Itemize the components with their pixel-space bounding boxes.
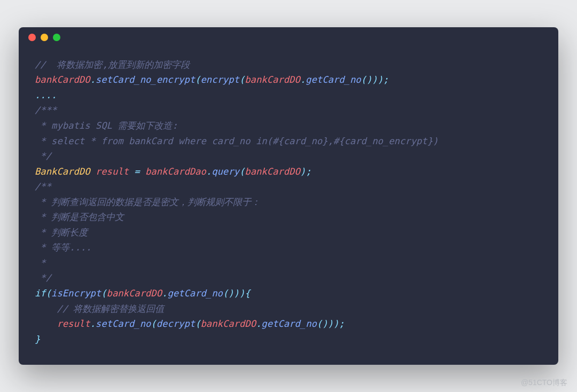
variable: result bbox=[96, 166, 129, 177]
method: isEncrypt bbox=[51, 288, 101, 299]
variable: bankCardDao bbox=[145, 166, 206, 177]
keyword: if bbox=[35, 288, 46, 299]
variable: bankCardDO bbox=[245, 74, 300, 85]
variable: bankCardDO bbox=[35, 74, 90, 85]
punct: ( bbox=[361, 74, 367, 85]
punct: ) bbox=[333, 318, 339, 329]
punct: ) bbox=[378, 74, 383, 85]
comment-line: */ bbox=[35, 272, 51, 283]
punct: ) bbox=[239, 288, 245, 299]
type: BankCardDO bbox=[35, 166, 90, 177]
punct: . bbox=[162, 288, 167, 299]
punct: ( bbox=[317, 318, 322, 329]
comment-line: * 等等.... bbox=[35, 242, 91, 253]
method: getCard_no bbox=[306, 74, 361, 85]
punct: ) bbox=[234, 288, 239, 299]
window-titlebar bbox=[19, 27, 558, 48]
punct: . bbox=[256, 318, 261, 329]
variable: bankCardDO bbox=[107, 288, 162, 299]
punct: ( bbox=[101, 288, 106, 299]
comment-line: /*** bbox=[35, 105, 57, 115]
punct: . bbox=[300, 74, 306, 85]
punct: ) bbox=[300, 166, 306, 177]
punct: } bbox=[35, 334, 40, 344]
punct: ) bbox=[367, 74, 372, 85]
punct: ) bbox=[328, 318, 333, 329]
punct: ) bbox=[372, 74, 377, 85]
method: encrypt bbox=[200, 74, 239, 85]
comment-line: * 判断是否包含中文 bbox=[35, 211, 124, 222]
method: getCard_no bbox=[167, 288, 222, 299]
punct: ( bbox=[46, 288, 51, 299]
variable: result bbox=[57, 318, 90, 329]
punct: ) bbox=[228, 288, 233, 299]
method: setCard_no_encrypt bbox=[96, 74, 195, 85]
comment-line: // 将数据加密,放置到新的加密字段 bbox=[35, 59, 190, 70]
punct: ( bbox=[151, 318, 156, 329]
punct: = bbox=[129, 166, 145, 177]
method: decrypt bbox=[157, 318, 195, 329]
variable: bankCardDO bbox=[201, 318, 256, 329]
comment-line: * bbox=[35, 257, 46, 268]
punct: ( bbox=[223, 288, 228, 299]
punct: ( bbox=[239, 74, 245, 85]
variable: bankCardDO bbox=[245, 166, 300, 177]
punct: . bbox=[90, 74, 95, 85]
method: query bbox=[212, 166, 239, 177]
code-window: // 将数据加密,放置到新的加密字段 bankCardDO.setCard_no… bbox=[19, 27, 558, 365]
code-block: // 将数据加密,放置到新的加密字段 bankCardDO.setCard_no… bbox=[19, 48, 558, 365]
punct: ( bbox=[239, 166, 245, 177]
method: setCard_no bbox=[96, 318, 151, 329]
comment-line: */ bbox=[35, 151, 51, 161]
punct: ; bbox=[339, 318, 344, 329]
method: getCard_no bbox=[261, 318, 316, 329]
punct: . bbox=[90, 318, 96, 329]
punct: ( bbox=[195, 318, 200, 329]
punct: ; bbox=[383, 74, 388, 85]
comment-line: * select * from bankCard where card_no i… bbox=[35, 136, 438, 146]
punct: ; bbox=[306, 166, 311, 177]
comment-line: // 将数据解密替换返回值 bbox=[35, 303, 164, 314]
ellipsis: .... bbox=[35, 90, 57, 100]
punct: { bbox=[245, 288, 250, 299]
punct: ) bbox=[322, 318, 328, 329]
comment-line: * 判断查询返回的数据是否是密文，判断规则不限于： bbox=[35, 197, 260, 207]
watermark: @51CTO博客 bbox=[521, 378, 567, 388]
punct: ( bbox=[195, 74, 200, 85]
maximize-icon[interactable] bbox=[53, 34, 60, 41]
comment-line: * mybatis SQL 需要如下改造: bbox=[35, 120, 178, 131]
minimize-icon[interactable] bbox=[41, 34, 48, 41]
indent bbox=[35, 318, 57, 329]
comment-line: /** bbox=[35, 181, 51, 192]
close-icon[interactable] bbox=[28, 34, 36, 41]
punct: . bbox=[206, 166, 212, 177]
comment-line: * 判断长度 bbox=[35, 227, 88, 238]
